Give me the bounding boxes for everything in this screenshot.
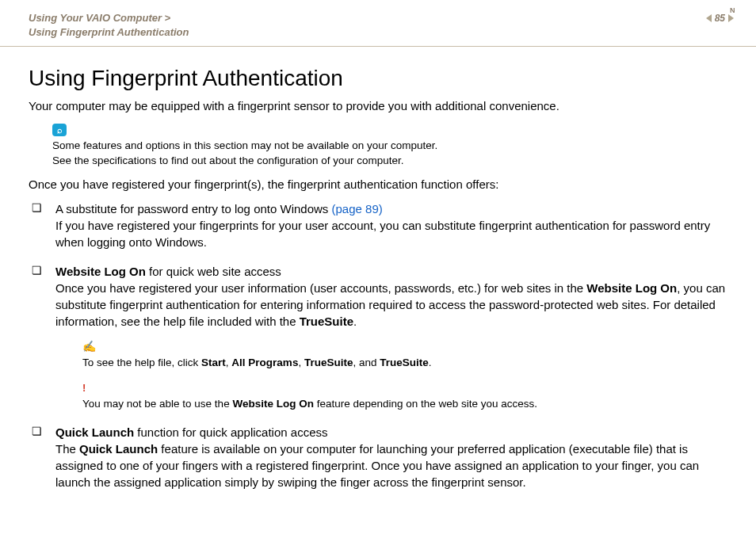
breadcrumb-level-1: Using Your VAIO Computer bbox=[29, 12, 162, 24]
page-title: Using Fingerprint Authentication bbox=[29, 66, 727, 91]
breadcrumb-level-2: Using Fingerprint Authentication bbox=[29, 26, 189, 38]
next-page-arrow-icon bbox=[728, 14, 734, 22]
item-body-pre: The bbox=[55, 442, 79, 456]
intro-paragraph: Your computer may be equipped with a fin… bbox=[29, 99, 727, 113]
breadcrumb-separator: > bbox=[165, 12, 171, 24]
search-icon: ⌕ bbox=[52, 124, 67, 136]
page-link[interactable]: (page 89) bbox=[332, 202, 383, 216]
warning-note: ! You may not be able to use the Website… bbox=[82, 379, 727, 411]
item-body-pre: Once you have registered your user infor… bbox=[55, 281, 586, 295]
info-note-line-2: See the specifications to find out about… bbox=[52, 154, 404, 166]
warning-icon: ! bbox=[82, 381, 86, 395]
breadcrumb: Using Your VAIO Computer > Using Fingerp… bbox=[29, 11, 189, 40]
list-item: Website Log On for quick web site access… bbox=[29, 263, 727, 411]
item-lead-rest: function for quick application access bbox=[134, 425, 327, 439]
info-note: ⌕ Some features and options in this sect… bbox=[52, 122, 727, 167]
item-body: If you have registered your fingerprints… bbox=[55, 219, 710, 249]
prev-page-arrow-icon[interactable] bbox=[706, 14, 712, 22]
next-page-button[interactable]: N bbox=[728, 11, 734, 25]
item-body-end: . bbox=[353, 315, 357, 328]
item-lead-bold: Quick Launch bbox=[55, 425, 134, 439]
warning-note-text: You may not be able to use the Website L… bbox=[82, 397, 727, 411]
next-label: N bbox=[730, 6, 735, 14]
item-lead: A substitute for password entry to log o… bbox=[55, 202, 332, 216]
list-item: Quick Launch function for quick applicat… bbox=[29, 424, 727, 490]
tip-note-text: To see the help file, click Start, All P… bbox=[82, 356, 727, 370]
bold-term: TrueSuite bbox=[300, 315, 353, 328]
list-preamble: Once you have registered your fingerprin… bbox=[29, 177, 727, 191]
info-note-line-1: Some features and options in this sectio… bbox=[52, 139, 437, 151]
info-note-text: Some features and options in this sectio… bbox=[52, 139, 727, 167]
page-header: Using Your VAIO Computer > Using Fingerp… bbox=[0, 0, 756, 47]
bold-term: Quick Launch bbox=[79, 442, 158, 456]
bold-term: Website Log On bbox=[586, 281, 677, 295]
tip-note: ✍ To see the help file, click Start, All… bbox=[82, 338, 727, 371]
item-lead-bold: Website Log On bbox=[55, 265, 146, 278]
feature-list: A substitute for password entry to log o… bbox=[29, 200, 727, 490]
pencil-icon: ✍ bbox=[82, 339, 96, 355]
page-navigation: 85 N bbox=[706, 11, 734, 25]
item-lead-rest: for quick web site access bbox=[146, 265, 281, 278]
list-item: A substitute for password entry to log o… bbox=[29, 200, 727, 250]
page-number: 85 bbox=[715, 13, 725, 24]
page-content: Using Fingerprint Authentication Your co… bbox=[0, 47, 756, 527]
